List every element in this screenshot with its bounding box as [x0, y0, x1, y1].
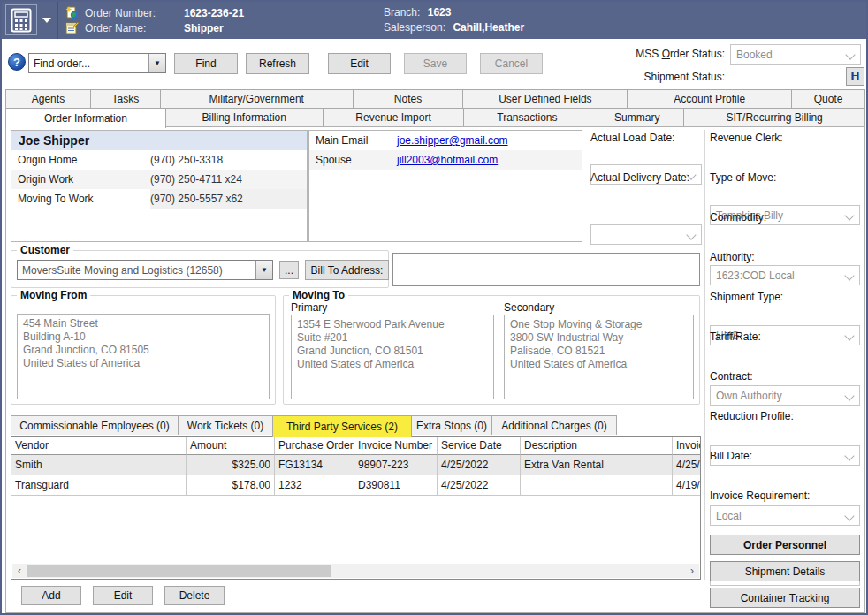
scroll-right-icon[interactable]: ›	[685, 564, 699, 578]
email-link[interactable]: joe.shipper@gmail.com	[397, 134, 508, 147]
mss-order-status-select[interactable]: Booked	[730, 44, 861, 65]
chevron-down-icon	[686, 230, 696, 239]
moving-to-label: Moving To	[289, 289, 348, 301]
delete-button[interactable]: Delete	[164, 586, 225, 605]
chevron-down-icon	[844, 330, 854, 340]
tab-sit-recurring-billing[interactable]: SIT/Recurring Billing	[683, 108, 865, 126]
chevron-down-icon	[844, 391, 854, 400]
cancel-button[interactable]: Cancel	[480, 53, 543, 74]
save-button[interactable]: Save	[404, 53, 467, 74]
customer-group: Customer MoversSuite Moving and Logistic…	[11, 250, 389, 288]
phone-label: Moving To Work	[11, 193, 150, 205]
add-button[interactable]: Add	[21, 586, 81, 605]
find-order-dropdown-icon[interactable]: ▼	[148, 54, 165, 72]
find-order-combobox[interactable]: Find order... ▼	[28, 53, 166, 73]
customer-select[interactable]: MoversSuite Moving and Logistics (12658)…	[17, 260, 273, 280]
col-invoice-date[interactable]: Invoice	[673, 437, 700, 455]
tariff-rate-select[interactable]: Local	[710, 505, 860, 526]
invoice-requirement-label: Invoice Requirement:	[710, 490, 810, 502]
shipment-details-button[interactable]: Shipment Details	[710, 561, 860, 581]
third-party-services-table: Vendor Amount Purchase Order Invoice Num…	[11, 436, 701, 580]
help-icon[interactable]: ?	[8, 53, 26, 71]
tab-extra-stops[interactable]: Extra Stops (0)	[411, 415, 492, 435]
tab-summary[interactable]: Summary	[590, 108, 684, 126]
find-button[interactable]: Find	[174, 53, 238, 74]
tab-tasks[interactable]: Tasks	[90, 89, 161, 108]
authority-select[interactable]: Own Authority	[710, 385, 860, 406]
tab-revenue-import[interactable]: Revenue Import	[323, 108, 465, 126]
tab-military-government[interactable]: Military/Government	[160, 89, 354, 108]
bill-to-address-field[interactable]	[392, 253, 700, 286]
tab-additional-charges[interactable]: Additional Charges (0)	[491, 415, 617, 435]
tab-work-tickets[interactable]: Work Tickets (0)	[178, 415, 273, 435]
detail-tab-row: Commissionable Employees (0) Work Ticket…	[11, 415, 617, 435]
customer-more-button[interactable]: ...	[279, 261, 299, 279]
shipment-status-history-button[interactable]: H	[846, 67, 864, 86]
col-vendor[interactable]: Vendor	[11, 437, 187, 455]
actual-delivery-date-select[interactable]	[590, 224, 702, 245]
order-number-row: Order Number: 1623-236-21	[65, 6, 244, 19]
email-row: Main Email joe.shipper@gmail.com	[309, 131, 582, 150]
commodity-label: Commodity:	[710, 211, 766, 224]
refresh-button[interactable]: Refresh	[246, 53, 309, 74]
table-row[interactable]: Smith $325.00 FG13134 98907-223 4/25/202…	[11, 455, 700, 475]
order-name-label: Order Name:	[85, 22, 184, 34]
scroll-left-icon[interactable]: ‹	[12, 564, 27, 578]
edit-row-button[interactable]: Edit	[93, 586, 153, 605]
tab-user-defined-fields[interactable]: User Defined Fields	[462, 89, 628, 108]
horizontal-scrollbar[interactable]: ‹ ›	[12, 564, 699, 578]
moving-from-group: Moving From 454 Main Street Building A-1…	[11, 295, 276, 405]
email-link[interactable]: jill2003@hotmail.com	[397, 154, 498, 166]
tab-agents[interactable]: Agents	[5, 89, 91, 108]
moving-from-label: Moving From	[17, 289, 90, 301]
salesperson-label: Salesperson:	[384, 21, 445, 34]
customer-value: MoversSuite Moving and Logistics (12658)	[18, 264, 255, 277]
tab-notes[interactable]: Notes	[353, 89, 464, 108]
app-menu-chevron-icon[interactable]	[42, 18, 51, 23]
moving-to-primary-label: Primary	[291, 301, 327, 314]
chevron-down-icon	[844, 270, 854, 280]
actual-load-date-label: Actual Load Date:	[590, 132, 674, 144]
order-personnel-button[interactable]: Order Personnel	[710, 535, 860, 555]
tab-billing-information[interactable]: Billing Information	[165, 108, 324, 126]
cell-service-date: 4/25/2022	[438, 475, 521, 496]
tab-transactions[interactable]: Transactions	[463, 108, 590, 126]
edit-button[interactable]: Edit	[328, 53, 391, 74]
tab-order-information[interactable]: Order Information	[5, 108, 166, 128]
moving-to-secondary-address[interactable]: One Stop Moving & Storage 3800 SW Indust…	[504, 315, 694, 399]
phone-label: Origin Home	[11, 154, 150, 166]
container-tracking-button[interactable]: Container Tracking	[710, 588, 860, 608]
scrollbar-thumb[interactable]	[27, 565, 331, 577]
contact-name: Joe Shipper	[11, 131, 307, 150]
col-amount[interactable]: Amount	[187, 437, 275, 455]
tab-account-profile[interactable]: Account Profile	[627, 89, 792, 108]
phone-label: Origin Work	[11, 173, 150, 186]
tab-commissionable-employees[interactable]: Commissionable Employees (0)	[11, 415, 179, 435]
revenue-clerk-label: Revenue Clerk:	[710, 132, 783, 144]
authority-label: Authority:	[710, 251, 755, 263]
app-menu-button[interactable]	[5, 4, 37, 35]
actual-delivery-date-label: Actual Delivery Date:	[590, 171, 689, 184]
tab-third-party-services[interactable]: Third Party Services (2)	[272, 415, 412, 437]
salesperson-row: Salesperson: Cahill,Heather	[384, 21, 524, 34]
order-name-value: Shipper	[184, 22, 224, 34]
email-label: Main Email	[309, 134, 397, 147]
customer-dropdown-icon[interactable]: ▼	[255, 261, 272, 279]
col-invoice-number[interactable]: Invoice Number	[354, 437, 438, 455]
order-name-icon	[65, 21, 79, 34]
contract-label: Contract:	[710, 370, 753, 383]
type-of-move-select[interactable]: 1623:COD Local	[710, 265, 860, 285]
col-purchase-order[interactable]: Purchase Order	[275, 437, 354, 455]
moving-from-address[interactable]: 454 Main Street Building A-10 Grand Junc…	[17, 314, 270, 399]
moving-to-primary-address[interactable]: 1354 E Sherwood Park Avenue Suite #201 G…	[291, 315, 494, 399]
cell-invoice-date: 4/25/2022	[673, 455, 700, 475]
bill-to-address-button[interactable]: Bill To Address:	[305, 260, 389, 280]
header-divider	[57, 2, 58, 39]
col-service-date[interactable]: Service Date	[438, 437, 521, 455]
shipment-status-label: Shipment Status:	[585, 71, 725, 83]
table-row[interactable]: Transguard $178.00 1232 D390811 4/25/202…	[11, 475, 700, 496]
col-description[interactable]: Description	[521, 437, 673, 455]
cell-service-date: 4/25/2022	[438, 455, 521, 475]
tab-quote[interactable]: Quote	[791, 89, 865, 108]
moving-to-group: Moving To Primary 1354 E Sherwood Park A…	[283, 295, 700, 405]
